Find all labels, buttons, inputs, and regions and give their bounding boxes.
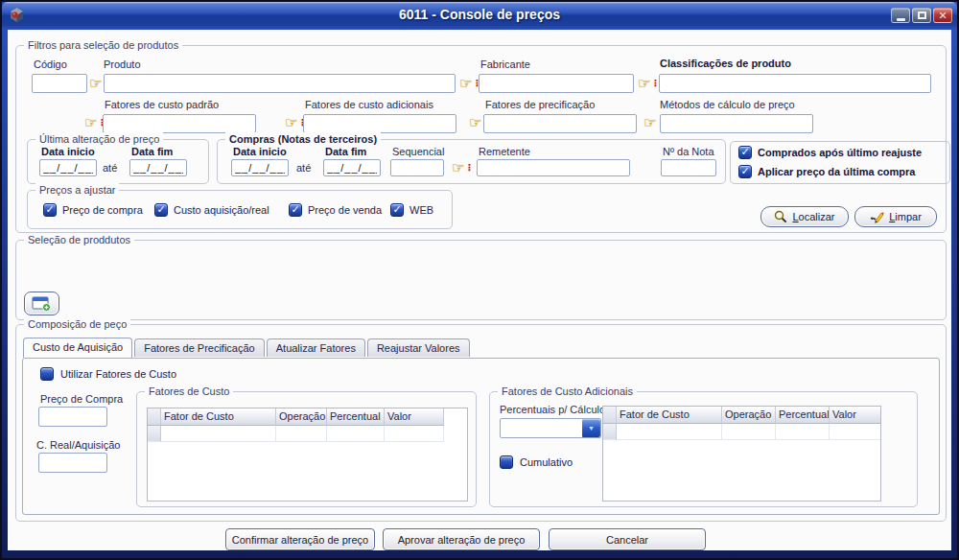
window-title: 6011 - Console de preços [2,7,957,22]
checkbox-checked-icon[interactable]: ✓ [289,203,302,217]
custo-real-label: C. Real/Aquisição [36,439,120,451]
preco-compra-input[interactable] [38,407,107,427]
row-selector-header [603,407,617,424]
row-selector[interactable] [148,426,161,442]
ua-data-inicio-input[interactable] [39,159,97,176]
custo-real-input[interactable] [38,453,107,473]
cb-utilizar-fatores-de-custo[interactable]: Utilizar Fatores de Custo [40,367,176,381]
sequencial-input[interactable] [390,159,444,176]
localizar-label: Localizar [792,211,834,222]
flag-aplicar-preco-ultima-compra[interactable]: ✓ Aplicar preço da última compra [738,165,915,178]
classificacoes-input[interactable] [659,74,931,93]
close-button[interactable]: ✕ [933,8,952,23]
cb-preco-de-compra[interactable]: ✓ Preço de compra [43,203,143,217]
tab-atualizar-fatores[interactable]: Atualizar Fatores [267,338,365,357]
compras-title: Compras (Notas de terceiros) [225,132,381,147]
checkbox-unchecked-icon[interactable] [500,455,513,469]
tab-custo-de-aquisicao[interactable]: Custo de Aquisição [23,338,132,358]
table-row[interactable] [148,426,467,442]
precos-a-ajustar-group: Preços a ajustar ✓ Preço de compra ✓ Cus… [27,190,453,229]
tab-reajustar-valores[interactable]: Reajustar Valores [367,338,470,357]
window-content: Filtros para seleção de produtos Código … [8,30,951,550]
composicao-group: Composição de peço Custo de Aquisição Fa… [15,324,947,522]
filters-group-title: Filtros para seleção de produtos [24,38,182,53]
percentuais-calculo-select[interactable]: ▼ [500,418,601,438]
col-operacao: Operação [276,408,327,426]
ua-data-fim-input[interactable] [129,159,187,176]
cancelar-label: Cancelar [606,534,648,546]
hand-glyph: ☞ [469,116,481,129]
maximize-button[interactable] [912,8,931,23]
hand-glyph: ☞ [643,116,656,129]
compras-data-inicio-input[interactable] [231,159,289,176]
classificacoes-label: Classificações de produto [660,58,791,69]
flag-comprados-apos-reajuste[interactable]: ✓ Comprados após último reajuste [738,146,922,159]
dots-glyph: ⋮ [464,163,474,173]
remetente-lookup-icon[interactable]: ☞⋮ [452,160,474,175]
localizar-button[interactable]: Localizar [760,206,849,227]
cb-web[interactable]: ✓ WEB [390,203,433,217]
fatores-custo-title: Fatores de Custo [145,385,233,399]
fatores-custo-adicionais-table[interactable]: Fator de Custo Operação Percentual Valor [602,406,881,502]
ultima-alteracao-group: Última alteração de preço Data inicio Da… [27,139,209,184]
col-percentual: Percentual [776,407,830,424]
remetente-input[interactable] [477,159,630,176]
checkbox-checked-icon[interactable]: ✓ [43,203,57,217]
percentuais-calculo-label: Percentuais p/ Cálculo [500,404,605,415]
confirmar-alteracao-button[interactable]: Confirmar alteração de preço [225,528,375,550]
fatores-custo-group: Fatores de Custo Fator de Custo Operação… [136,391,477,507]
produto-input[interactable] [104,74,456,93]
row-selector-header [148,408,161,426]
fatores-custo-padrao-label: Fatores de custo padrão [105,99,219,110]
cb-cumulativo[interactable]: Cumulativo [500,455,573,469]
fabricante-input[interactable] [479,74,634,93]
fatores-precificacao-input[interactable] [483,114,637,133]
title-bar[interactable]: 6011 - Console de preços ✕ [2,2,957,29]
metodos-calculo-input[interactable] [660,114,813,133]
fatores-custo-adicionais-input[interactable] [303,114,456,133]
chevron-down-icon[interactable]: ▼ [582,419,600,437]
confirmar-label: Confirmar alteração de preço [232,534,368,546]
cb-preco-de-venda[interactable]: ✓ Preço de venda [289,203,382,217]
cb-label: Preço de compra [62,204,143,216]
checkbox-checked-icon[interactable]: ✓ [738,165,752,178]
hand-glyph: ☞ [452,161,464,175]
add-product-window-button[interactable] [24,292,59,315]
col-operacao: Operação [722,407,776,424]
aprovar-label: Aprovar alteração de preço [398,534,526,546]
check-icon: ✓ [156,204,165,215]
sequencial-label: Sequencial [392,146,444,157]
fatores-custo-table[interactable]: Fator de Custo Operação Percentual Valor [147,408,468,502]
classificacoes-lookup-icon[interactable]: ☞⋮ [638,76,660,91]
compras-data-inicio-label: Data inicio [233,146,287,157]
col-fator-de-custo: Fator de Custo [617,407,722,424]
compras-data-fim-label: Data fim [325,146,366,157]
numero-nota-label: Nº da Nota [663,146,714,157]
minimize-icon [897,18,905,21]
numero-nota-input[interactable] [661,159,716,176]
checkbox-unchecked-icon[interactable] [40,367,54,381]
tab-fatores-de-precificacao[interactable]: Fatores de Precificação [134,338,265,357]
compras-data-fim-input[interactable] [323,159,381,176]
checkbox-checked-icon[interactable]: ✓ [154,203,168,217]
limpar-button[interactable]: Limpar [854,206,937,227]
selecao-produtos-title: Seleção de proddutos [24,233,134,247]
codigo-input[interactable] [32,74,87,93]
row-selector[interactable] [603,424,617,440]
hand-glyph: ☞ [638,77,650,90]
minimize-button[interactable] [891,8,910,23]
checkbox-checked-icon[interactable]: ✓ [390,203,404,217]
aprovar-alteracao-button[interactable]: Aprovar alteração de preço [383,528,540,550]
metodos-calculo-label: Métodos de cálculo de preço [660,99,795,110]
checkbox-checked-icon[interactable]: ✓ [738,146,752,159]
cb-custo-aquisicao-real[interactable]: ✓ Custo aquisição/real [154,203,269,217]
fatores-precificacao-label: Fatores de precificação [485,99,595,110]
cb-label: Custo aquisição/real [174,204,269,216]
fatores-custo-padrao-input[interactable] [103,114,256,133]
produto-label: Produto [104,58,141,70]
table-row[interactable] [603,424,880,440]
col-valor: Valor [385,408,444,426]
cancelar-button[interactable]: Cancelar [549,528,706,550]
ultima-alteracao-title: Última alteração de preço [35,132,163,147]
precos-a-ajustar-title: Preços a ajustar [35,183,119,198]
